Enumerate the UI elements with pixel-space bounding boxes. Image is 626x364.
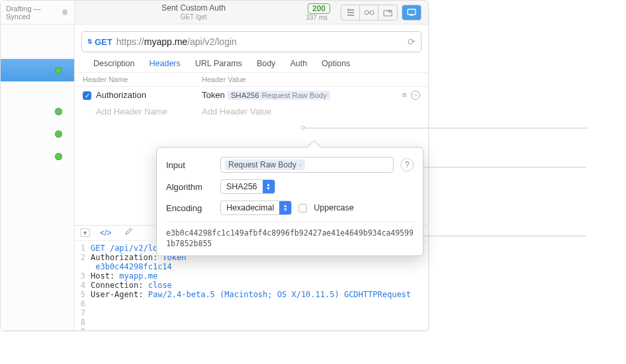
callout-dot-icon: [301, 126, 305, 130]
callout-line: [408, 167, 586, 167]
algorithm-select[interactable]: SHA256 ▲▼: [220, 179, 275, 194]
svg-point-0: [365, 11, 369, 15]
add-header-name[interactable]: Add Header Name: [96, 107, 202, 116]
request-title: Sent Custom Auth: [81, 3, 306, 13]
sidebar: Drafting — Synced: [1, 1, 75, 330]
input-chip[interactable]: Request Raw Body◦: [225, 159, 305, 170]
request-tabs: Description Headers URL Params Body Auth…: [75, 59, 428, 72]
help-icon[interactable]: ?: [400, 158, 414, 171]
view-screen-button[interactable]: [402, 5, 421, 20]
method-chevron-icon: ⇅: [87, 38, 93, 45]
select-chevron-icon: ▲▼: [279, 201, 291, 214]
request-list-item[interactable]: [1, 145, 74, 167]
editor-dropdown-icon[interactable]: ▾: [80, 228, 90, 237]
header-row[interactable]: ✓ Authorization Token SHA256 Request Raw…: [75, 87, 428, 103]
sync-dot-icon: [62, 9, 67, 15]
svg-point-1: [370, 11, 374, 15]
tab-auth[interactable]: Auth: [290, 59, 307, 68]
sidebar-status-label: Drafting — Synced: [6, 5, 62, 21]
uppercase-checkbox[interactable]: [298, 204, 307, 212]
dynamic-value-chip[interactable]: SHA256 Request Raw Body: [228, 91, 330, 100]
request-list-item[interactable]: [1, 122, 74, 145]
editor-tab-edit[interactable]: [121, 226, 136, 239]
method-label: GET: [95, 37, 112, 47]
view-mode-toggle: [341, 5, 398, 21]
col-header-name: Header Name: [83, 75, 202, 83]
header-name-cell[interactable]: Authorization: [96, 90, 202, 100]
tab-body[interactable]: Body: [257, 59, 276, 68]
editor-tab-code[interactable]: </>: [97, 227, 114, 239]
sidebar-status: Drafting — Synced: [1, 1, 74, 24]
status-dot-icon: [55, 67, 62, 74]
add-header-value[interactable]: Add Header Value: [202, 107, 420, 116]
headers-table-header: Header Name Header Value: [75, 72, 428, 87]
status-dot-icon: [55, 130, 62, 138]
col-header-value: Header Value: [202, 75, 420, 83]
request-list-item[interactable]: [1, 59, 74, 81]
url-bar[interactable]: ⇅ GET https://myapp.me/api/v2/login ⟳: [81, 31, 422, 52]
status-dot-icon: [55, 108, 62, 115]
tab-url-params[interactable]: URL Params: [195, 59, 242, 68]
hash-dynamic-value-popup: Input Request Raw Body◦ ? Algorithm SHA2…: [156, 147, 424, 256]
method-selector[interactable]: ⇅ GET: [87, 37, 116, 47]
titlebar: Sent Custom Auth GET /get 200 337 ms: [75, 1, 428, 24]
algorithm-label: Algorithm: [166, 182, 214, 192]
tab-description[interactable]: Description: [93, 59, 135, 68]
svg-rect-3: [408, 9, 416, 15]
header-value-cell[interactable]: Token SHA256 Request Raw Body: [202, 90, 402, 100]
status-code-badge: 200: [308, 3, 330, 14]
refresh-icon[interactable]: ⟳: [408, 36, 416, 47]
callout-line: [303, 128, 588, 128]
request-list-item[interactable]: [1, 100, 74, 122]
select-chevron-icon: ▲▼: [263, 180, 275, 193]
header-row-placeholder[interactable]: Add Header Name Add Header Value: [75, 103, 428, 120]
view-list-button[interactable]: [341, 5, 360, 20]
input-label: Input: [166, 160, 214, 170]
uppercase-label: Uppercase: [314, 203, 353, 212]
status-dot-icon: [55, 153, 62, 160]
view-glasses-button[interactable]: [360, 5, 379, 20]
view-export-button[interactable]: [379, 5, 397, 20]
request-subtitle: GET /get: [81, 13, 306, 21]
header-enabled-checkbox[interactable]: ✓: [83, 91, 91, 100]
encoding-label: Encoding: [166, 203, 214, 213]
hash-result: e3b0c44298fc1c149afbf4c8996fb92427ae41e4…: [166, 222, 414, 249]
tab-options[interactable]: Options: [322, 59, 350, 68]
latency-label: 337 ms: [306, 14, 328, 21]
url-input[interactable]: https://myapp.me/api/v2/login: [116, 36, 408, 47]
hash-input-field[interactable]: Request Raw Body◦: [220, 157, 394, 173]
tab-headers[interactable]: Headers: [150, 59, 181, 68]
encoding-select[interactable]: Hexadecimal ▲▼: [220, 201, 292, 215]
reorder-icon[interactable]: ≡: [402, 90, 407, 100]
remove-row-icon[interactable]: −: [411, 91, 420, 100]
